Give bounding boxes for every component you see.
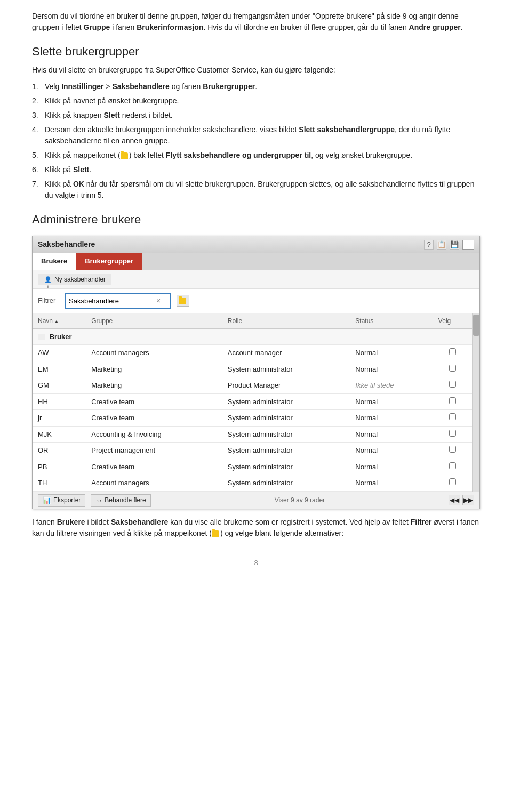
cell-gruppe: Creative team — [86, 393, 222, 410]
cell-status: Normal — [350, 426, 433, 443]
cell-navn[interactable]: EM — [33, 361, 86, 377]
filter-label: Filtrer — [38, 295, 59, 306]
app-titlebar: Saksbehandlere ? 📋 💾 — [33, 236, 479, 253]
col-velg[interactable]: Velg — [433, 313, 472, 329]
cell-status: Normal — [350, 361, 433, 377]
cell-navn[interactable]: GM — [33, 377, 86, 394]
filter-input-wrap: × — [65, 293, 171, 309]
cell-velg[interactable] — [433, 443, 472, 459]
cell-gruppe: Account managers — [86, 475, 222, 492]
cell-rolle: Product Manager — [222, 377, 350, 394]
handle-more-button[interactable]: ↔ Behandle flere — [91, 494, 150, 507]
cell-navn[interactable]: HH — [33, 393, 86, 410]
cell-rolle: System administrator — [222, 459, 350, 475]
step-4: 4. Dersom den aktuelle brukergruppen inn… — [32, 124, 480, 147]
cell-navn[interactable]: MJK — [33, 426, 86, 443]
cell-velg[interactable] — [433, 459, 472, 475]
row-checkbox[interactable] — [449, 462, 456, 469]
cell-rolle: System administrator — [222, 443, 350, 459]
table-row: AWAccount managersAccount managerNormal — [33, 345, 472, 361]
cell-gruppe: Creative team — [86, 459, 222, 475]
row-checkbox[interactable] — [449, 397, 456, 404]
intro-paragraph: Dersom du vil tilordne en bruker til den… — [32, 11, 480, 33]
folder-icon-filter — [179, 298, 186, 304]
cell-gruppe: Project management — [86, 443, 222, 459]
table-row: ORProject managementSystem administrator… — [33, 443, 472, 459]
cell-velg[interactable] — [433, 361, 472, 377]
table-area: Navn Gruppe Rolle Status Velg Bruke — [33, 313, 479, 492]
next-page-button[interactable]: ▶▶ — [462, 495, 474, 505]
cell-status: Normal — [350, 345, 433, 361]
app-tabs: Brukere Brukergrupper — [33, 253, 479, 270]
col-navn[interactable]: Navn — [33, 313, 86, 329]
col-gruppe[interactable]: Gruppe — [86, 313, 222, 329]
tab-brukere[interactable]: Brukere — [33, 253, 76, 270]
titlebar-icons: ? 📋 💾 — [424, 240, 474, 250]
filter-folder-button[interactable] — [177, 295, 189, 307]
cell-navn[interactable]: jr — [33, 410, 86, 427]
cell-velg[interactable] — [433, 393, 472, 410]
handle-more-icon: ↔ — [95, 496, 102, 504]
cell-navn[interactable]: TH — [33, 475, 86, 492]
table-row: MJKAccounting & InvoicingSystem administ… — [33, 426, 472, 443]
cell-gruppe: Marketing — [86, 377, 222, 394]
row-checkbox[interactable] — [449, 365, 456, 372]
new-saksbehandler-button[interactable]: Ny saksbehandler — [38, 274, 111, 285]
filter-clear-button[interactable]: × — [154, 295, 163, 307]
row-info: Viser 9 av 9 rader — [156, 495, 443, 505]
data-table-wrap: Navn Gruppe Rolle Status Velg Bruke — [33, 313, 472, 492]
filter-input[interactable] — [69, 297, 154, 305]
row-checkbox[interactable] — [449, 478, 456, 485]
cell-status: Normal — [350, 459, 433, 475]
cell-velg[interactable] — [433, 377, 472, 394]
row-checkbox[interactable] — [449, 413, 456, 420]
folder-icon-footer — [212, 530, 219, 537]
footer-paragraph: I fanen Brukere i bildet Saksbehandlere … — [32, 517, 480, 539]
row-checkbox[interactable] — [449, 430, 456, 437]
cell-navn[interactable]: PB — [33, 459, 86, 475]
export-button[interactable]: 📊 Eksporter — [38, 494, 85, 507]
scrollbar-thumb[interactable] — [473, 315, 479, 336]
save-icon[interactable]: 💾 — [450, 240, 459, 250]
col-status[interactable]: Status — [350, 313, 433, 329]
cell-navn[interactable]: AW — [33, 345, 86, 361]
row-checkbox[interactable] — [449, 348, 456, 355]
group-expand-icon — [38, 334, 45, 340]
table-row: EMMarketingSystem administratorNormal — [33, 361, 472, 377]
help-icon[interactable]: ? — [424, 240, 434, 250]
cell-rolle: System administrator — [222, 361, 350, 377]
table-row: GMMarketingProduct ManagerIkke til stede — [33, 377, 472, 394]
page-content: Dersom du vil tilordne en bruker til den… — [32, 11, 480, 539]
row-checkbox[interactable] — [449, 381, 456, 388]
search-box[interactable] — [462, 240, 474, 250]
cell-rolle: System administrator — [222, 393, 350, 410]
prev-page-button[interactable]: ◀◀ — [449, 495, 460, 505]
table-row: HHCreative teamSystem administratorNorma… — [33, 393, 472, 410]
data-table: Navn Gruppe Rolle Status Velg Bruke — [33, 313, 472, 492]
copy-icon[interactable]: 📋 — [437, 240, 446, 250]
app-window: Saksbehandlere ? 📋 💾 Brukere Brukergrupp… — [32, 236, 480, 509]
group-header-label: Bruker — [50, 333, 72, 341]
cell-velg[interactable] — [433, 345, 472, 361]
cell-status: Normal — [350, 410, 433, 427]
table-row: THAccount managersSystem administratorNo… — [33, 475, 472, 492]
tab-brukergrupper[interactable]: Brukergrupper — [76, 253, 142, 270]
slette-brukergrupper-heading: Slette brukergrupper — [32, 43, 480, 60]
cell-status: Ikke til stede — [350, 377, 433, 394]
cell-velg[interactable] — [433, 410, 472, 427]
row-checkbox[interactable] — [449, 446, 456, 453]
step-3: 3. Klikk på knappen Slett nederst i bild… — [32, 110, 480, 121]
cell-navn[interactable]: OR — [33, 443, 86, 459]
scrollbar[interactable] — [472, 313, 479, 492]
col-rolle[interactable]: Rolle — [222, 313, 350, 329]
step-1: 1. Velg Innstillinger > Saksbehandlere o… — [32, 81, 480, 92]
table-body: Bruker AWAccount managersAccount manager… — [33, 328, 472, 491]
cell-gruppe: Creative team — [86, 410, 222, 427]
cell-status: Normal — [350, 393, 433, 410]
export-icon: 📊 — [43, 496, 51, 504]
cell-gruppe: Marketing — [86, 361, 222, 377]
cell-velg[interactable] — [433, 426, 472, 443]
cell-gruppe: Accounting & Invoicing — [86, 426, 222, 443]
footer-nav: ◀◀ ▶▶ — [449, 495, 474, 505]
cell-velg[interactable] — [433, 475, 472, 492]
